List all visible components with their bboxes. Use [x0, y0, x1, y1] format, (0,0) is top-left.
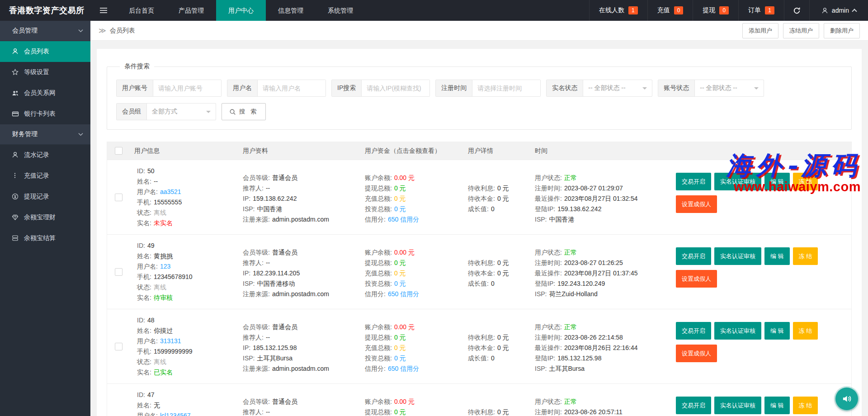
- action-realname-audit[interactable]: 实名认证审核: [714, 322, 761, 340]
- action-freeze[interactable]: 冻 结: [793, 247, 818, 265]
- floating-sound-button[interactable]: [835, 388, 858, 410]
- sidebar-item[interactable]: 银行卡列表: [0, 104, 90, 124]
- search-select[interactable]: -- 全部状态 --: [695, 80, 764, 96]
- search-input[interactable]: [153, 80, 221, 96]
- field-value[interactable]: 0 元: [394, 344, 406, 351]
- sidebar-item[interactable]: 流水记录: [0, 145, 90, 165]
- sidebar-group-label: 会员管理: [12, 27, 38, 35]
- action-trade-toggle[interactable]: 交易开启: [676, 322, 711, 340]
- action-realname-audit[interactable]: 实名认证审核: [714, 173, 761, 190]
- sidebar-item[interactable]: 充值记录: [0, 165, 90, 186]
- sidebar-item[interactable]: 余额宝结算: [0, 228, 90, 249]
- field-value[interactable]: 650 信用分: [388, 216, 419, 223]
- page-action-button[interactable]: 冻结用户: [783, 23, 819, 38]
- field-value[interactable]: 650 信用分: [388, 290, 419, 298]
- field-value[interactable]: 313131: [160, 337, 181, 345]
- sidebar-item[interactable]: 会员列表: [0, 41, 90, 62]
- field-value[interactable]: 650 信用分: [388, 365, 419, 372]
- action-realname-audit[interactable]: 实名认证审核: [714, 397, 761, 414]
- search-input[interactable]: [258, 80, 326, 96]
- nav-stat[interactable]: 提现0: [693, 0, 738, 21]
- search-row-1: 用户账号用户名IP搜索注册时间实名状态-- 全部状态 --账号状态-- 全部状态…: [116, 80, 842, 97]
- nav-tab[interactable]: 信息管理: [266, 0, 316, 21]
- sidebar-group-header[interactable]: 会员管理: [0, 21, 90, 41]
- field-value[interactable]: 0 元: [394, 195, 406, 202]
- cell-time: 用户状态:正常注册时间:2023-08-26 20:57:11最近操作:2023…: [530, 390, 673, 416]
- search-row-2: 会员组全部方式搜 索: [116, 103, 842, 120]
- search-input[interactable]: [472, 80, 540, 96]
- search-field: 用户账号: [116, 80, 222, 97]
- field-value: 0 元: [497, 344, 509, 351]
- row-checkbox[interactable]: [115, 194, 123, 201]
- field-value[interactable]: 0 元: [394, 355, 406, 362]
- action-edit[interactable]: 编 辑: [764, 173, 790, 190]
- action-set-fake[interactable]: 设置成假人: [676, 345, 717, 362]
- field-value: 2023-08-26 20:57:11: [564, 408, 623, 416]
- field-value[interactable]: 0.00 元: [394, 174, 415, 181]
- sidebar-group-header[interactable]: 财务管理: [0, 124, 90, 145]
- nav-tab[interactable]: 系统管理: [316, 0, 365, 21]
- action-freeze[interactable]: 冻 结: [793, 173, 818, 190]
- action-set-fake[interactable]: 设置成假人: [676, 195, 717, 213]
- field-label: 实名:: [137, 369, 151, 376]
- field-value[interactable]: lcl1234567: [160, 412, 191, 416]
- field-value[interactable]: 0 元: [394, 334, 406, 341]
- count-badge: 1: [765, 6, 774, 14]
- field-value[interactable]: 0 元: [394, 184, 406, 192]
- row-actions: 交易开启实名认证审核编 辑冻 结设置成假人: [673, 166, 851, 228]
- select-all-checkbox[interactable]: [115, 147, 123, 155]
- field-value[interactable]: 0 元: [394, 205, 406, 213]
- action-edit[interactable]: 编 辑: [764, 397, 790, 414]
- field-value[interactable]: 0 元: [394, 269, 406, 277]
- action-trade-toggle[interactable]: 交易开启: [676, 173, 711, 190]
- action-edit[interactable]: 编 辑: [764, 247, 790, 265]
- search-input[interactable]: [362, 80, 429, 96]
- field-value[interactable]: 0 元: [394, 280, 406, 287]
- field-value[interactable]: 0 元: [394, 408, 406, 416]
- search-select[interactable]: 全部方式: [147, 104, 216, 120]
- row-select-cell: [107, 166, 130, 228]
- row-checkbox[interactable]: [115, 268, 123, 276]
- field-value: --: [266, 334, 270, 341]
- action-set-fake[interactable]: 设置成假人: [676, 270, 717, 288]
- refresh-icon[interactable]: [784, 0, 809, 21]
- nav-tab[interactable]: 产品管理: [166, 0, 216, 21]
- action-trade-toggle[interactable]: 交易开启: [676, 247, 711, 265]
- field-value[interactable]: 0.00 元: [394, 249, 415, 256]
- page-action-button[interactable]: 删除用户: [824, 23, 860, 38]
- field-value[interactable]: 0 元: [394, 259, 406, 266]
- sidebar-item[interactable]: 会员关系网: [0, 83, 90, 104]
- field-value[interactable]: 0.00 元: [394, 398, 415, 405]
- nav-tab[interactable]: 用户中心: [216, 0, 266, 21]
- field-value: 2023-08-27 01:26:25: [564, 259, 623, 266]
- sidebar-item[interactable]: 等级设置: [0, 62, 90, 83]
- field-value[interactable]: 123: [160, 263, 170, 270]
- field-value: 中国香港: [257, 205, 282, 213]
- field-label: 登陆IP:: [535, 355, 555, 362]
- action-trade-toggle[interactable]: 交易开启: [676, 397, 711, 414]
- action-realname-audit[interactable]: 实名认证审核: [714, 247, 761, 265]
- nav-tab[interactable]: 后台首页: [117, 0, 166, 21]
- count-badge: 0: [674, 6, 684, 14]
- row-checkbox[interactable]: [115, 343, 123, 350]
- page-action-button[interactable]: 添加用户: [742, 23, 778, 38]
- nav-stat[interactable]: 充值0: [647, 0, 693, 21]
- search-button[interactable]: 搜 索: [222, 103, 266, 120]
- sidebar-item[interactable]: 余额宝理财: [0, 207, 90, 228]
- action-freeze[interactable]: 冻 结: [793, 397, 818, 414]
- action-edit[interactable]: 编 辑: [764, 322, 790, 340]
- field-value: 普通会员: [272, 323, 297, 331]
- menu-toggle-icon[interactable]: [90, 0, 117, 21]
- field-label: 待收利息:: [468, 334, 495, 341]
- search-select[interactable]: -- 全部状态 --: [583, 80, 652, 96]
- field-value[interactable]: 0.00 元: [394, 323, 415, 331]
- chevron-down-icon: [206, 111, 211, 115]
- admin-menu[interactable]: admin: [809, 0, 868, 21]
- action-freeze[interactable]: 冻 结: [793, 322, 818, 340]
- sidebar-item[interactable]: 提现记录: [0, 186, 90, 207]
- field-value: admin.postadm.com: [272, 216, 329, 223]
- nav-stat[interactable]: 在线人数1: [589, 0, 647, 21]
- field-label: 注册时间:: [535, 259, 562, 266]
- field-value[interactable]: aa3521: [160, 188, 181, 195]
- nav-stat[interactable]: 订单1: [738, 0, 784, 21]
